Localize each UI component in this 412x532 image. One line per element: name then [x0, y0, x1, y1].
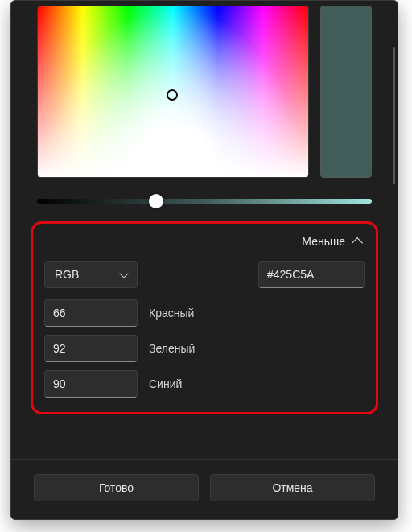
toggle-details-label: Меньше — [302, 235, 345, 248]
red-input[interactable]: 66 — [44, 299, 138, 327]
sv-cursor[interactable] — [167, 89, 178, 101]
red-label: Красный — [149, 307, 194, 320]
cancel-button-label: Отмена — [272, 481, 312, 494]
red-input-value: 66 — [53, 307, 66, 320]
channel-row-blue: 90 Синий — [44, 370, 365, 398]
hex-input-value: #425C5A — [267, 268, 314, 281]
ok-button-label: Готово — [99, 481, 134, 494]
color-mode-value: RGB — [55, 268, 79, 281]
chevron-up-icon — [352, 237, 363, 249]
value-slider-thumb[interactable] — [149, 194, 163, 208]
blue-input-value: 90 — [53, 377, 66, 390]
color-mode-select[interactable]: RGB — [44, 261, 138, 288]
color-picker-window: Меньше RGB #425C5A 66 Красный 92 Зеленый — [10, 0, 398, 520]
hex-input[interactable]: #425C5A — [258, 261, 365, 288]
blue-label: Синий — [149, 377, 182, 390]
value-slider-row — [11, 178, 398, 204]
ok-button[interactable]: Готово — [34, 474, 199, 501]
toggle-details[interactable]: Меньше — [44, 235, 365, 248]
cancel-button[interactable]: Отмена — [210, 474, 375, 501]
footer: Готово Отмена — [11, 459, 398, 519]
green-input[interactable]: 92 — [44, 335, 138, 362]
scrollbar-thumb[interactable] — [393, 47, 395, 184]
green-label: Зеленый — [149, 342, 195, 355]
chevron-down-icon — [119, 269, 128, 278]
current-color-swatch — [320, 6, 372, 178]
channel-row-green: 92 Зеленый — [44, 335, 365, 362]
channel-row-red: 66 Красный — [44, 299, 365, 327]
green-input-value: 92 — [53, 342, 66, 355]
color-field[interactable] — [37, 6, 309, 178]
mode-row: RGB #425C5A — [44, 261, 365, 288]
value-slider-track[interactable] — [37, 199, 372, 204]
top-area — [11, 1, 398, 178]
details-panel: Меньше RGB #425C5A 66 Красный 92 Зеленый — [31, 221, 378, 414]
blue-input[interactable]: 90 — [44, 370, 138, 398]
